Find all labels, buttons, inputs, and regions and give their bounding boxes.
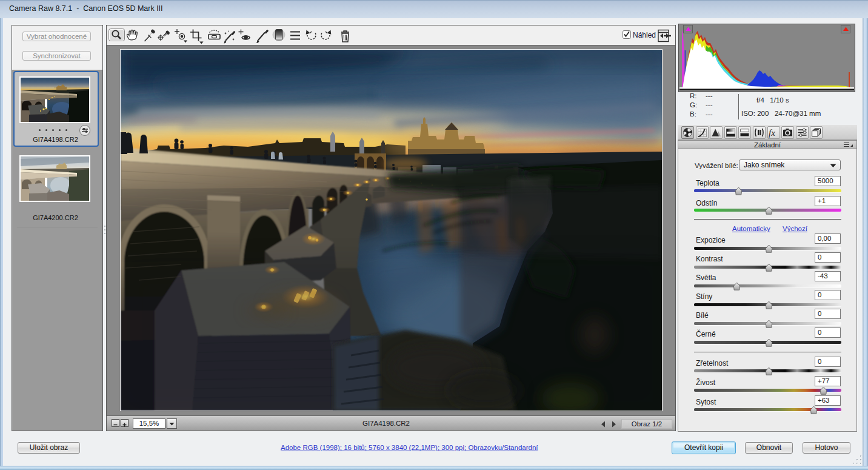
svg-text:Náhled: Náhled <box>633 31 656 39</box>
svg-text:fx: fx <box>769 128 775 138</box>
